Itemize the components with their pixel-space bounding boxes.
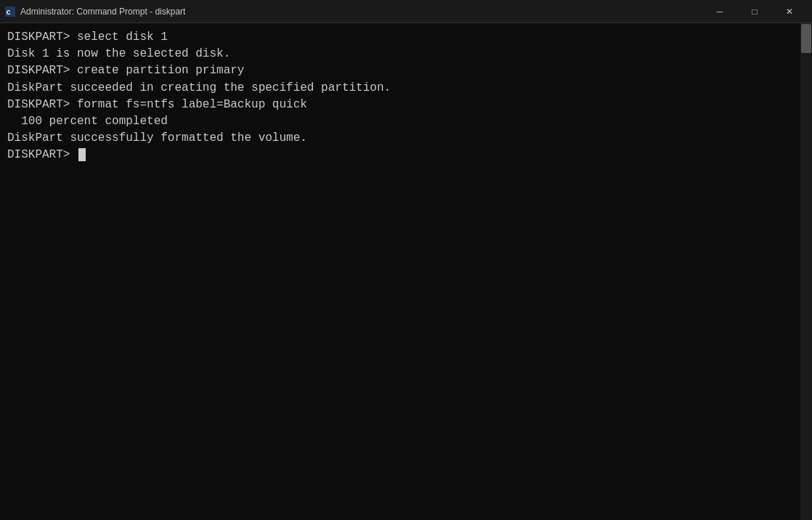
terminal-line: DiskPart successfully formatted the volu…	[7, 130, 793, 147]
terminal-line: 100 percent completed	[7, 113, 793, 130]
cmd-icon: C	[4, 6, 16, 17]
terminal-line: DiskPart succeeded in creating the speci…	[7, 80, 793, 97]
terminal-body[interactable]: DISKPART> select disk 1Disk 1 is now the…	[0, 23, 800, 520]
cursor	[78, 148, 86, 161]
window-title: Administrator: Command Prompt - diskpart	[20, 7, 185, 17]
scrollbar-thumb[interactable]	[801, 24, 811, 53]
title-bar-left: C Administrator: Command Prompt - diskpa…	[4, 6, 185, 17]
title-bar: C Administrator: Command Prompt - diskpa…	[0, 0, 812, 23]
scrollbar[interactable]	[800, 23, 812, 520]
close-button[interactable]: ✕	[773, 1, 806, 22]
terminal-line: DISKPART> create partition primary	[7, 62, 793, 79]
terminal-line: DISKPART>	[7, 147, 793, 163]
title-bar-controls: ─ □ ✕	[703, 1, 806, 22]
minimize-button[interactable]: ─	[703, 1, 736, 22]
maximize-button[interactable]: □	[738, 1, 771, 22]
svg-text:C: C	[7, 9, 11, 17]
terminal-line: DISKPART> select disk 1	[7, 29, 793, 46]
terminal-line: Disk 1 is now the selected disk.	[7, 46, 793, 62]
terminal-line: DISKPART> format fs=ntfs label=Backup qu…	[7, 97, 793, 113]
